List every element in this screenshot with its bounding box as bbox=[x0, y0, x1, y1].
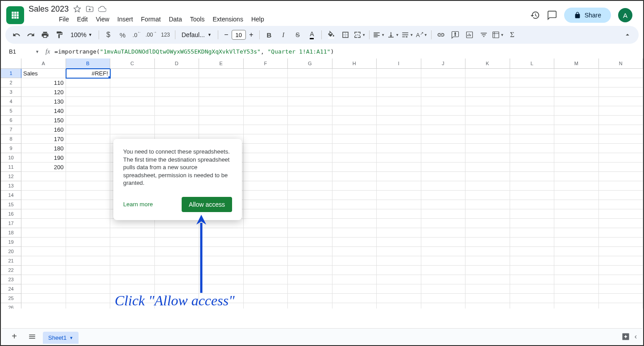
learn-more-link[interactable]: Learn more bbox=[123, 201, 153, 208]
cell-J23[interactable] bbox=[421, 275, 466, 284]
cell-H17[interactable] bbox=[332, 219, 377, 228]
side-panel-toggle[interactable]: ‹ bbox=[635, 333, 637, 341]
cell-I1[interactable] bbox=[377, 69, 421, 78]
cell-H3[interactable] bbox=[332, 88, 377, 97]
cell-N6[interactable] bbox=[599, 116, 644, 125]
cell-I15[interactable] bbox=[377, 200, 421, 209]
cell-F4[interactable] bbox=[244, 97, 288, 106]
col-header-D[interactable]: D bbox=[155, 58, 199, 69]
cell-A26[interactable] bbox=[21, 303, 66, 308]
italic-button[interactable]: I bbox=[277, 28, 290, 42]
cell-I16[interactable] bbox=[377, 209, 421, 219]
cell-E5[interactable] bbox=[199, 106, 244, 116]
cell-K24[interactable] bbox=[465, 284, 510, 294]
cell-L24[interactable] bbox=[510, 284, 555, 294]
cell-H9[interactable] bbox=[332, 144, 377, 153]
cell-L20[interactable] bbox=[510, 247, 555, 256]
cell-K7[interactable] bbox=[465, 125, 510, 134]
cell-H21[interactable] bbox=[332, 256, 377, 266]
strikethrough-button[interactable]: S bbox=[291, 28, 304, 42]
cell-A18[interactable] bbox=[21, 228, 66, 238]
cell-K9[interactable] bbox=[465, 144, 510, 153]
cell-L25[interactable] bbox=[510, 294, 555, 303]
cell-G26[interactable] bbox=[288, 303, 332, 308]
cell-B19[interactable] bbox=[66, 238, 111, 247]
cell-B17[interactable] bbox=[66, 219, 111, 228]
cell-M4[interactable] bbox=[554, 97, 599, 106]
history-icon[interactable] bbox=[530, 10, 540, 20]
cell-H2[interactable] bbox=[332, 78, 377, 88]
cell-F18[interactable] bbox=[244, 228, 288, 238]
cell-D17[interactable] bbox=[155, 219, 199, 228]
row-header-9[interactable]: 9 bbox=[1, 144, 21, 153]
bold-button[interactable]: B bbox=[262, 28, 276, 42]
share-button[interactable]: Share bbox=[564, 8, 611, 23]
cell-A16[interactable] bbox=[21, 209, 66, 219]
cell-A22[interactable] bbox=[21, 266, 66, 275]
cell-A21[interactable] bbox=[21, 256, 66, 266]
cell-L9[interactable] bbox=[510, 144, 555, 153]
cell-H26[interactable] bbox=[332, 303, 377, 308]
zoom-dropdown[interactable]: 100%▼ bbox=[67, 31, 96, 38]
cell-I5[interactable] bbox=[377, 106, 421, 116]
cell-B13[interactable] bbox=[66, 181, 111, 191]
cell-J1[interactable] bbox=[421, 69, 466, 78]
cell-I26[interactable] bbox=[377, 303, 421, 308]
cell-D3[interactable] bbox=[155, 88, 199, 97]
cell-N23[interactable] bbox=[599, 275, 644, 284]
borders-button[interactable] bbox=[339, 28, 352, 42]
cell-I7[interactable] bbox=[377, 125, 421, 134]
cell-A23[interactable] bbox=[21, 275, 66, 284]
cell-B10[interactable] bbox=[66, 153, 111, 163]
cell-N16[interactable] bbox=[599, 209, 644, 219]
cell-M8[interactable] bbox=[554, 134, 599, 144]
cell-K4[interactable] bbox=[465, 97, 510, 106]
name-box[interactable]: B1 ▼ bbox=[5, 47, 41, 56]
cell-A12[interactable] bbox=[21, 172, 66, 181]
cell-N12[interactable] bbox=[599, 172, 644, 181]
cell-C23[interactable] bbox=[110, 275, 155, 284]
cell-B26[interactable] bbox=[66, 303, 111, 308]
cell-L8[interactable] bbox=[510, 134, 555, 144]
col-header-J[interactable]: J bbox=[421, 58, 466, 69]
cell-J22[interactable] bbox=[421, 266, 466, 275]
cell-B20[interactable] bbox=[66, 247, 111, 256]
row-header-6[interactable]: 6 bbox=[1, 116, 21, 125]
cell-B11[interactable] bbox=[66, 163, 111, 172]
col-header-I[interactable]: I bbox=[377, 58, 421, 69]
cell-F24[interactable] bbox=[244, 284, 288, 294]
cell-G12[interactable] bbox=[288, 172, 332, 181]
cell-E6[interactable] bbox=[199, 116, 244, 125]
menu-tools[interactable]: Tools bbox=[187, 14, 208, 25]
cell-M3[interactable] bbox=[554, 88, 599, 97]
cell-B14[interactable] bbox=[66, 191, 111, 200]
cell-M15[interactable] bbox=[554, 200, 599, 209]
cell-F3[interactable] bbox=[244, 88, 288, 97]
col-header-L[interactable]: L bbox=[510, 58, 555, 69]
cell-C20[interactable] bbox=[110, 247, 155, 256]
cell-E1[interactable] bbox=[199, 69, 244, 78]
merge-cells-button[interactable]: ▼ bbox=[353, 28, 366, 42]
cell-D20[interactable] bbox=[155, 247, 199, 256]
cell-J10[interactable] bbox=[421, 153, 466, 163]
cell-J13[interactable] bbox=[421, 181, 466, 191]
cell-I4[interactable] bbox=[377, 97, 421, 106]
row-header-2[interactable]: 2 bbox=[1, 78, 21, 88]
cell-D19[interactable] bbox=[155, 238, 199, 247]
cell-I14[interactable] bbox=[377, 191, 421, 200]
cell-G14[interactable] bbox=[288, 191, 332, 200]
cell-B5[interactable] bbox=[66, 106, 111, 116]
cell-N14[interactable] bbox=[599, 191, 644, 200]
cell-G22[interactable] bbox=[288, 266, 332, 275]
cell-N21[interactable] bbox=[599, 256, 644, 266]
cell-H11[interactable] bbox=[332, 163, 377, 172]
comment-icon[interactable] bbox=[547, 10, 557, 20]
cell-F26[interactable] bbox=[244, 303, 288, 308]
cell-K16[interactable] bbox=[465, 209, 510, 219]
menu-help[interactable]: Help bbox=[248, 14, 268, 25]
col-header-M[interactable]: M bbox=[554, 58, 599, 69]
cell-J15[interactable] bbox=[421, 200, 466, 209]
cell-I21[interactable] bbox=[377, 256, 421, 266]
col-header-G[interactable]: G bbox=[288, 58, 332, 69]
cell-A17[interactable] bbox=[21, 219, 66, 228]
